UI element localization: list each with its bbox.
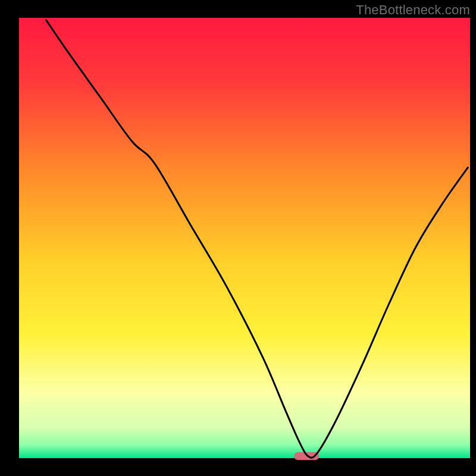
- watermark-text: TheBottleneck.com: [356, 2, 470, 18]
- plot-background: [19, 18, 470, 458]
- chart-container: TheBottleneck.com: [0, 0, 476, 476]
- bottleneck-chart: [0, 0, 476, 476]
